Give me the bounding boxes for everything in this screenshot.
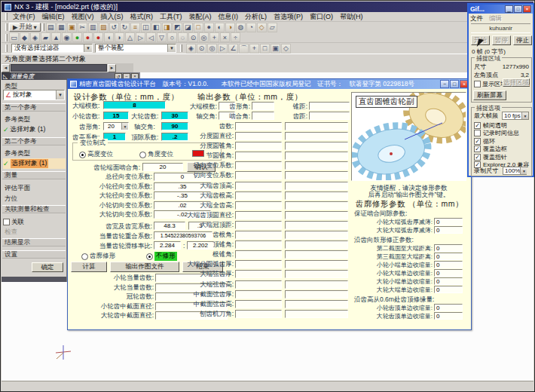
gear-value-field[interactable] [285,231,348,239]
gear-value-field[interactable] [285,280,348,289]
toolbar-icon[interactable]: ◍ [236,23,246,32]
chevron-down-icon[interactable]: ▼ [520,167,527,174]
pinion-value-field[interactable] [235,310,282,318]
ok-button[interactable]: 确定 [32,262,63,272]
value-field[interactable]: 0 [434,218,463,225]
dialog-titlebar[interactable]: 精密直齿圆锥齿轮设计平台 版本号：V1.0.0. 本软件已经中国国家版权局登记 … [68,79,471,89]
horizontal-scrollbar[interactable]: ◄ ► [2,63,133,72]
pinion-value-field[interactable] [235,270,282,278]
gear-value-field[interactable] [285,270,348,278]
pressure-angle-dropdown[interactable]: 20▼ [103,122,129,130]
toolbar-icon[interactable]: ▰ [41,32,50,42]
option-checkbox-row[interactable]: ✓ 循环 [472,137,531,145]
pinion-value-field[interactable] [235,122,282,130]
toolbar-icon[interactable]: ↺ [109,23,119,32]
stop-capture-button[interactable]: 停止 [513,35,532,45]
pinion-value-field[interactable] [235,250,282,259]
select-object-row-2[interactable]: ✓ 选择对象 (1) [3,158,66,169]
checkbox-icon[interactable] [3,219,10,225]
gear-value-field[interactable] [285,290,348,299]
menu-item[interactable]: 工具(T) [157,12,185,22]
menu-item[interactable]: 文件(F) [10,12,38,22]
menu-item-file[interactable]: 文件 [470,14,483,23]
radio-icon[interactable] [146,253,153,260]
orientation-label[interactable]: 方位 [5,194,17,204]
menu-item[interactable]: 插入(S) [98,12,127,22]
pinion-value-field[interactable] [235,142,282,150]
value-field[interactable]: 0 [434,253,463,260]
section-results[interactable]: 结果显示 [2,238,66,247]
toolbar-icon[interactable]: ◎ [207,44,217,54]
checkbox-icon[interactable]: ✓ [474,154,481,161]
toolbar-icon[interactable]: □ [194,23,203,32]
toolbar-icon[interactable]: ○ [167,32,177,42]
toolbar-icon[interactable]: ▲ [51,32,61,42]
out-mesh-field[interactable] [252,112,274,120]
fps-dropdown[interactable]: 10 fps▼ [502,112,529,120]
toolbar-icon[interactable]: + [209,32,219,42]
toolbar-icon[interactable]: ✂ [78,23,87,32]
toolbar-icon[interactable]: ● [83,32,93,42]
toolbar-icon[interactable]: ● [204,23,214,32]
height-modification-radio[interactable]: 高度变位 [79,150,113,159]
menu-item[interactable]: 装配(A) [186,12,215,22]
toolbar-icon[interactable]: × [220,32,230,42]
no-modification-radio[interactable]: 不修形 [146,252,177,261]
value-field[interactable]: 0 [434,304,463,311]
record-size-dropdown[interactable]: 100%▼ [503,167,527,175]
gear-value-field[interactable] [285,171,348,179]
scrollbar-thumb[interactable] [11,64,107,72]
chevron-down-icon[interactable]: ▼ [84,44,92,52]
menu-item[interactable]: 编辑(E) [39,12,68,22]
gear-value-field[interactable] [285,191,348,200]
toolbar-icon[interactable]: ▷ [136,32,145,42]
select-object-row-1[interactable]: ✓ 选择对象 (1) [3,124,66,134]
toolbar-icon[interactable]: ↻ [120,23,130,32]
pinion-value-field[interactable] [235,191,282,200]
value-field[interactable]: 0 [434,312,463,320]
toolbar-icon[interactable]: ◎ [199,32,209,42]
panel-resize-handle[interactable] [2,277,66,282]
out-cone-dist-field[interactable] [309,102,350,110]
toolbar-icon[interactable]: ▤ [46,23,56,32]
option-checkbox-row[interactable]: ✓ 覆盖边框 [472,145,531,154]
option-checkbox-row[interactable]: 记录时间信息 [472,130,531,138]
gear-value-field[interactable] [285,221,348,229]
gear-value-field[interactable] [285,122,348,130]
selection-filter-dropdown[interactable]: 没有选择过滤器 ▼ [11,44,93,53]
measure-type-dropdown[interactable]: ∠ 按对象 ▼ [3,90,65,100]
toolbar-icon[interactable]: ⌒ [239,44,249,54]
checkbox-icon[interactable]: ✓ [474,138,481,145]
chevron-down-icon[interactable]: ▼ [167,44,176,52]
refresh-screen-button[interactable]: 刷新屏幕 [473,90,506,100]
toolbar-icon[interactable]: ◖ [104,32,114,42]
toolbar-icon[interactable]: ◫ [141,23,151,32]
menu-item[interactable]: 首选项(P) [271,12,306,22]
toolbar-icon[interactable]: ▭ [9,32,19,42]
toolbar-icon[interactable]: ▽ [157,32,167,42]
toolbar-icon[interactable]: ◗ [115,32,124,42]
toolbar-icon[interactable]: ◇ [281,44,291,54]
gear-value-field[interactable] [285,201,348,210]
checkbox-icon[interactable] [474,81,481,87]
radio-icon[interactable] [79,152,86,158]
gear-value-field[interactable] [285,211,348,219]
toolbar-icon[interactable]: □ [260,44,270,54]
toolbar-icon[interactable]: ◩ [173,23,182,32]
value-field[interactable]: 0 [434,244,463,252]
chevron-down-icon[interactable]: ▼ [121,123,128,130]
menu-item[interactable]: 信息(I) [216,12,242,22]
module-field[interactable]: 8 [103,101,166,109]
pinion-value-field[interactable] [235,171,282,179]
scroll-right-icon[interactable]: ► [108,64,116,72]
gear-value-field[interactable] [285,260,348,268]
pinion-value-field[interactable] [235,231,282,239]
gear-value-field[interactable] [285,182,348,190]
maximize-icon[interactable]: □ [450,80,459,88]
eval-plane-label[interactable]: 评估平面 [5,184,30,193]
chevron-down-icon[interactable]: ▼ [56,90,64,100]
toolbar-icon[interactable]: ◆ [20,32,29,42]
pinion-value-field[interactable] [235,182,282,190]
toolbar-icon[interactable]: ≡ [130,23,140,32]
toolbar-icon[interactable]: ▨ [99,23,109,32]
